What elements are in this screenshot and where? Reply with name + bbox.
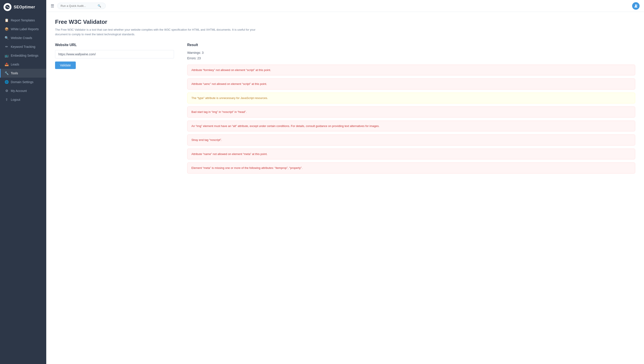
logo-text: SEOptimer <box>14 5 35 10</box>
my-account-icon: ⚙ <box>5 89 8 93</box>
page-description: The Free W3C Validator is a tool that ca… <box>55 28 266 37</box>
sidebar-item-tools[interactable]: 🔧 Tools <box>0 69 46 78</box>
keyword-tracking-icon: ✏ <box>5 45 8 49</box>
search-icon: 🔍 <box>98 4 101 8</box>
sidebar-item-keyword-tracking[interactable]: ✏ Keyword Tracking <box>0 42 46 51</box>
sidebar-item-label: White Label Reports <box>11 27 39 31</box>
menu-icon[interactable]: ☰ <box>51 4 54 8</box>
page-title: Free W3C Validator <box>55 19 635 25</box>
errors-count: Errors: 23 <box>187 56 635 61</box>
result-stats: Warnings: 3 Errors: 23 <box>187 50 635 61</box>
search-input[interactable] <box>60 4 96 8</box>
user-avatar[interactable] <box>632 2 640 10</box>
result-card-e4: An “img” element must have an “alt” attr… <box>187 121 635 132</box>
validate-button[interactable]: Validate <box>55 62 76 69</box>
sidebar-item-white-label-reports[interactable]: 📦 White Label Reports <box>0 25 46 34</box>
sidebar: SEOptimer 📋 Report Templates 📦 White Lab… <box>0 0 46 364</box>
sidebar-logo: SEOptimer <box>0 0 46 14</box>
sidebar-nav: 📋 Report Templates 📦 White Label Reports… <box>0 14 46 364</box>
logo-icon <box>4 3 12 11</box>
website-crawls-icon: 🔍 <box>5 36 8 40</box>
sidebar-item-label: Website Crawls <box>11 36 32 40</box>
tools-icon: 🔧 <box>5 71 8 75</box>
sidebar-item-embedding-settings[interactable]: 📺 Embedding Settings <box>0 51 46 60</box>
sidebar-item-my-account[interactable]: ⚙ My Account <box>0 86 46 95</box>
result-card-e2: Attribute “uenc” not allowed on element … <box>187 79 635 90</box>
svg-point-1 <box>635 5 637 6</box>
svg-point-2 <box>636 5 638 6</box>
sidebar-item-report-templates[interactable]: 📋 Report Templates <box>0 16 46 25</box>
domain-settings-icon: 🌐 <box>5 80 8 84</box>
sidebar-item-label: Domain Settings <box>11 80 34 84</box>
input-section: Website URL Validate <box>55 43 174 69</box>
sidebar-item-label: My Account <box>11 89 27 93</box>
main-container: ☰ 🔍 Free W3C Validator The Free W3C Vali… <box>46 0 644 364</box>
url-input[interactable] <box>55 50 174 59</box>
sidebar-item-label: Logout <box>11 98 20 101</box>
search-bar: 🔍 <box>57 3 106 9</box>
results-section: Result Warnings: 3 Errors: 23 Attribute … <box>187 43 635 177</box>
warnings-count: Warnings: 3 <box>187 50 635 56</box>
topbar-right <box>632 2 640 10</box>
embedding-settings-icon: 📺 <box>5 54 8 58</box>
sidebar-item-logout[interactable]: ⇧ Logout <box>0 95 46 104</box>
result-card-e5: Stray end tag “noscript”. <box>187 135 635 146</box>
topbar: ☰ 🔍 <box>46 0 644 12</box>
content-area: Free W3C Validator The Free W3C Validato… <box>46 12 644 364</box>
sidebar-item-label: Tools <box>11 72 18 75</box>
sidebar-item-label: Leads <box>11 63 19 66</box>
result-label: Result <box>187 43 635 47</box>
result-card-w1: The “type” attribute is unnecessary for … <box>187 93 635 104</box>
logout-icon: ⇧ <box>5 98 8 102</box>
result-card-e1: Attribute “formkey” not allowed on eleme… <box>187 65 635 76</box>
sidebar-item-label: Keyword Tracking <box>11 45 35 49</box>
website-url-label: Website URL <box>55 43 174 47</box>
white-label-icon: 📦 <box>5 27 8 31</box>
result-card-e6: Attribute “name” not allowed on element … <box>187 149 635 160</box>
sidebar-item-leads[interactable]: 📤 Leads <box>0 60 46 69</box>
sidebar-item-website-crawls[interactable]: 🔍 Website Crawls <box>0 34 46 42</box>
two-column-layout: Website URL Validate Result Warnings: 3 … <box>55 43 635 177</box>
sidebar-item-label: Report Templates <box>11 19 35 22</box>
report-templates-icon: 📋 <box>5 18 8 22</box>
result-card-e7: Element “meta” is missing one or more of… <box>187 163 635 174</box>
sidebar-item-domain-settings[interactable]: 🌐 Domain Settings <box>0 78 46 86</box>
leads-icon: 📤 <box>5 62 8 66</box>
sidebar-item-label: Embedding Settings <box>11 54 38 57</box>
result-card-e3: Bad start tag in “img” in “noscript” in … <box>187 107 635 118</box>
